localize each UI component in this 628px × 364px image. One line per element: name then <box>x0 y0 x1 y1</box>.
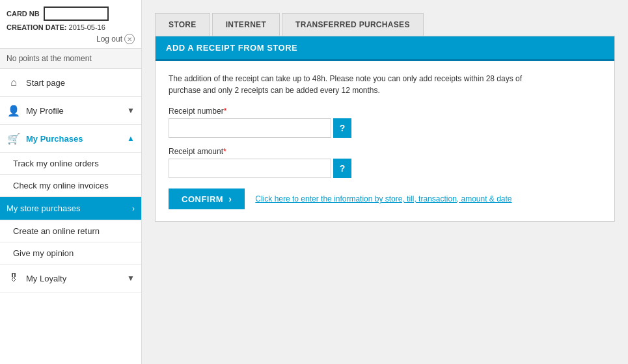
sidebar-item-invoices[interactable]: Check my online invoices <box>0 175 141 197</box>
receipt-amount-row: ? <box>169 159 601 178</box>
form-area: The addition of the receipt can take up … <box>156 61 614 221</box>
cart-icon: 🛒 <box>7 131 21 146</box>
required-star-2: * <box>223 147 226 156</box>
receipt-amount-help-button[interactable]: ? <box>333 159 351 178</box>
tab-store[interactable]: STORE <box>155 13 210 36</box>
sidebar-item-online-return[interactable]: Create an online return <box>0 220 141 242</box>
confirm-button[interactable]: CONFIRM › <box>169 188 245 209</box>
creation-date-value: 2015-05-16 <box>69 23 105 31</box>
tab-content: ADD A RECEIPT FROM STORE The addition of… <box>155 36 615 222</box>
creation-date-label: CREATION DATE: <box>7 23 66 31</box>
start-page-label: Start page <box>26 78 65 88</box>
logout-x-icon: ✕ <box>124 34 135 44</box>
receipt-amount-group: Receipt amount* ? <box>169 147 601 178</box>
loyalty-icon: 🎖 <box>7 271 21 285</box>
tab-transferred[interactable]: TRANSFERRED PURCHASES <box>282 13 424 36</box>
profile-icon: 👤 <box>7 103 21 118</box>
active-tab-header: ADD A RECEIPT FROM STORE <box>156 36 614 61</box>
sidebar-item-give-opinion[interactable]: Give my opinion <box>0 242 141 265</box>
confirm-arrow-icon: › <box>228 194 232 204</box>
home-icon: ⌂ <box>7 75 21 90</box>
active-tab-label: ADD A RECEIPT FROM STORE <box>166 43 297 53</box>
sidebar-item-start-page[interactable]: ⌂ Start page <box>0 69 141 97</box>
chevron-right-icon: › <box>132 204 135 213</box>
receipt-number-label: Receipt number* <box>169 107 601 116</box>
card-nb-label: CARD NB <box>7 10 40 18</box>
chevron-down-icon-loyalty: ▼ <box>127 274 135 283</box>
receipt-amount-label: Receipt amount* <box>169 147 601 156</box>
alt-entry-link[interactable]: Click here to enter the information by s… <box>255 194 512 203</box>
sidebar-item-my-profile[interactable]: 👤 My Profile ▼ <box>0 97 141 125</box>
tabs-row: STORE INTERNET TRANSFERRED PURCHASES <box>155 13 615 36</box>
receipt-number-input[interactable] <box>169 118 331 138</box>
receipt-amount-input[interactable] <box>169 159 331 178</box>
required-star-1: * <box>224 107 227 116</box>
receipt-number-row: ? <box>169 118 601 138</box>
card-nb-row: CARD NB <box>7 6 135 21</box>
receipt-number-group: Receipt number* ? <box>169 107 601 138</box>
my-purchases-label: My Purchases <box>26 134 83 144</box>
invoices-label: Check my online invoices <box>13 181 109 190</box>
logout-label: Log out <box>96 34 122 44</box>
points-bar: No points at the moment <box>0 49 141 69</box>
sidebar-item-track-orders[interactable]: Track my online orders <box>0 153 141 175</box>
card-nb-value <box>44 6 109 21</box>
sidebar-header: CARD NB CREATION DATE: 2015-05-16 Log ou… <box>0 0 141 49</box>
logout-button[interactable]: Log out ✕ <box>7 34 135 44</box>
chevron-down-icon: ▼ <box>127 106 135 115</box>
give-opinion-label: Give my opinion <box>13 248 74 258</box>
sidebar-item-store-purchases[interactable]: My store purchases › <box>0 197 141 220</box>
points-label: No points at the moment <box>7 54 92 63</box>
chevron-up-icon: ▲ <box>127 134 135 143</box>
tab-internet[interactable]: INTERNET <box>212 13 280 36</box>
sidebar-item-my-purchases[interactable]: 🛒 My Purchases ▲ <box>0 125 141 153</box>
store-purchases-label: My store purchases <box>7 203 80 213</box>
confirm-label: CONFIRM <box>182 194 223 204</box>
my-profile-label: My Profile <box>26 106 64 116</box>
track-orders-label: Track my online orders <box>13 159 99 168</box>
main-content: STORE INTERNET TRANSFERRED PURCHASES ADD… <box>142 0 628 364</box>
creation-date-row: CREATION DATE: 2015-05-16 <box>7 23 135 31</box>
my-loyalty-label: My Loyalty <box>26 274 66 283</box>
online-return-label: Create an online return <box>13 226 100 236</box>
sidebar-item-my-loyalty[interactable]: 🎖 My Loyalty ▼ <box>0 265 141 292</box>
info-text: The addition of the receipt can take up … <box>169 73 546 96</box>
receipt-number-help-button[interactable]: ? <box>333 118 351 138</box>
sidebar: CARD NB CREATION DATE: 2015-05-16 Log ou… <box>0 0 142 364</box>
confirm-row: CONFIRM › Click here to enter the inform… <box>169 188 601 209</box>
